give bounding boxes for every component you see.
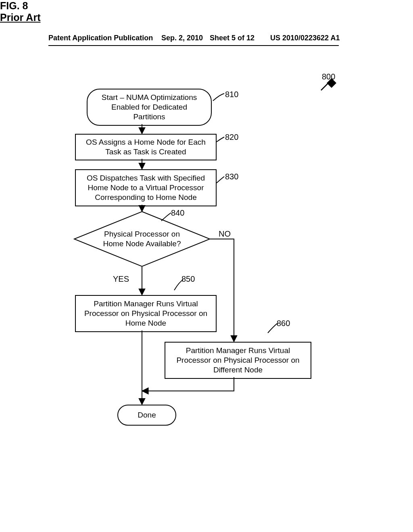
- step-850: Partition Manager Runs Virtual Processor…: [75, 295, 217, 332]
- ref-820: 820: [225, 132, 238, 142]
- leader-860: [268, 323, 277, 333]
- ref-850: 850: [181, 274, 195, 284]
- no-label: NO: [219, 229, 231, 239]
- done-text: Done: [138, 410, 156, 420]
- ref-840: 840: [171, 208, 184, 218]
- step-820-text: OS Assigns a Home Node for Each Task as …: [80, 137, 212, 157]
- header-sheet: Sheet 5 of 12: [210, 34, 254, 42]
- ref-830: 830: [225, 172, 238, 182]
- arrow-860-merge: [142, 377, 234, 391]
- done-node: Done: [117, 405, 176, 426]
- step-820: OS Assigns a Home Node for Each Task as …: [75, 134, 217, 160]
- header-left: Patent Application Publication: [48, 34, 153, 42]
- header-pubno: US 2010/0223622 A1: [270, 34, 340, 42]
- ref-810: 810: [225, 89, 238, 100]
- header-rule: [48, 45, 339, 46]
- page: Patent Application Publication Sep. 2, 2…: [0, 0, 413, 532]
- step-830-text: OS Dispatches Task with Specified Home N…: [80, 173, 212, 202]
- step-830: OS Dispatches Task with Specified Home N…: [75, 169, 217, 206]
- leader-810: [213, 94, 224, 101]
- yes-label: YES: [113, 274, 129, 284]
- step-860: Partition Manager Runs Virtual Processor…: [165, 342, 311, 379]
- figure-label: FIG. 8: [0, 0, 413, 12]
- start-node: Start – NUMA Optimizations Enabled for D…: [87, 89, 212, 126]
- ref-860: 860: [277, 318, 290, 328]
- start-text: Start – NUMA Optimizations Enabled for D…: [95, 93, 204, 121]
- step-850-text: Partition Manager Runs Virtual Processor…: [80, 299, 212, 328]
- ref-800: 800: [322, 72, 335, 82]
- leader-830: [217, 177, 224, 183]
- step-860-text: Partition Manager Runs Virtual Processor…: [169, 346, 307, 374]
- prior-art-label: Prior Art: [0, 12, 413, 23]
- header-date: Sep. 2, 2010: [161, 34, 203, 42]
- decision-840-text: Physical Processor on Home Node Availabl…: [94, 229, 190, 249]
- leader-820: [217, 137, 224, 142]
